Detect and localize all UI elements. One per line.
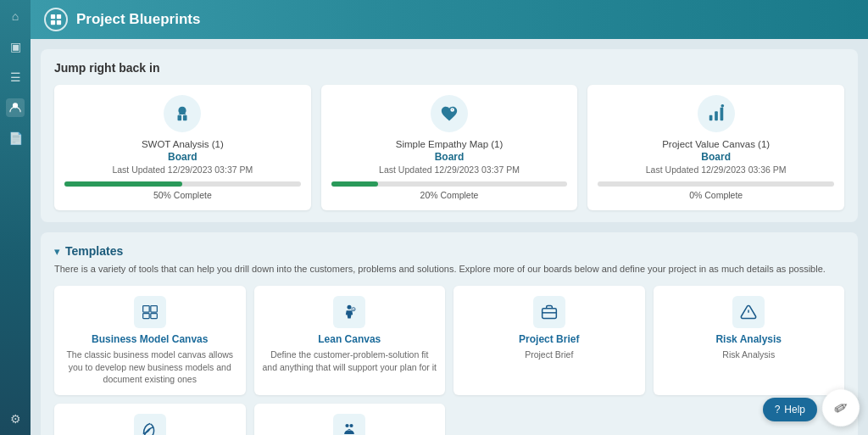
empathy-icon: +: [431, 95, 468, 132]
recent-card-value-canvas[interactable]: Project Value Canvas (1) Board Last Upda…: [587, 85, 844, 210]
chevron-down-icon[interactable]: ▾: [54, 245, 60, 258]
empathy-card-name: Simple Empathy Map (1): [396, 139, 504, 149]
recent-card-empathy[interactable]: + Simple Empathy Map (1) Board Last Upda…: [321, 85, 578, 210]
settings-icon[interactable]: ⚙: [6, 410, 25, 428]
lean-canvas-desc: Define the customer-problem-solution fit…: [263, 349, 437, 372]
swot-card-link[interactable]: Board: [168, 151, 198, 163]
template-card-observe-learn[interactable]: Observe / Learn - Insights Observe / Lea…: [254, 404, 446, 435]
value-canvas-card-link[interactable]: Board: [701, 151, 731, 163]
swot-icon: [164, 95, 201, 132]
svg-rect-9: [709, 115, 712, 120]
svg-rect-3: [51, 20, 55, 25]
main-content: Project Blueprints Jump right back in SW…: [31, 0, 868, 435]
person-icon: ⚙: [333, 296, 365, 328]
business-model-desc: The classic business model canvas allows…: [63, 349, 237, 385]
svg-rect-2: [57, 14, 61, 19]
briefcase-icon: [533, 296, 565, 328]
risk-analysis-name: Risk Analysis: [715, 333, 782, 345]
templates-description: There is a variety of tools that can hel…: [54, 263, 844, 276]
template-card-risk-analysis[interactable]: Risk Analysis Risk Analysis: [654, 286, 845, 395]
project-brief-name: Project Brief: [519, 333, 579, 345]
svg-rect-16: [151, 314, 158, 319]
jump-back-section: Jump right back in SWOT Analysis (1) Boa…: [41, 49, 858, 222]
lean-canvas-name: Lean Canvas: [318, 333, 381, 345]
swot-card-date: Last Updated 12/29/2023 03:37 PM: [112, 165, 253, 175]
recent-cards-row: SWOT Analysis (1) Board Last Updated 12/…: [54, 85, 844, 210]
svg-point-17: [348, 305, 352, 310]
template-card-environment[interactable]: Environment Analysis Define the environm…: [54, 404, 246, 435]
value-canvas-card-date: Last Updated 12/29/2023 03:36 PM: [646, 165, 787, 175]
page-title: Project Blueprints: [76, 11, 200, 28]
value-canvas-icon: [698, 95, 735, 132]
swot-card-name: SWOT Analysis (1): [142, 139, 224, 149]
content-area: Jump right back in SWOT Analysis (1) Boa…: [31, 39, 868, 435]
leaf-icon: [134, 414, 166, 435]
empathy-progress-bg: [331, 181, 568, 187]
svg-rect-10: [715, 111, 718, 120]
sidebar: ⌂ ▣ ☰ 📄 ⚙: [0, 0, 31, 435]
warning-icon: [732, 296, 765, 328]
svg-rect-11: [720, 108, 723, 121]
help-button[interactable]: ? Help: [763, 398, 817, 421]
svg-point-24: [346, 424, 349, 427]
template-grid: Business Model Canvas The classic busine…: [54, 286, 844, 435]
header-logo-icon: [44, 8, 68, 31]
svg-text:⚙: ⚙: [353, 308, 355, 311]
template-card-business-model[interactable]: Business Model Canvas The classic busine…: [54, 286, 246, 395]
svg-rect-4: [57, 20, 61, 25]
svg-rect-15: [142, 314, 149, 319]
value-canvas-progress-bg: [598, 181, 834, 187]
svg-rect-5: [178, 115, 182, 120]
template-card-lean-canvas[interactable]: ⚙ Lean Canvas Define the customer-proble…: [254, 286, 446, 395]
people-icon: [333, 414, 365, 435]
value-canvas-card-name: Project Value Canvas (1): [662, 139, 770, 149]
svg-rect-1: [51, 14, 55, 19]
svg-rect-6: [183, 115, 187, 120]
svg-rect-13: [142, 306, 149, 313]
swot-progress-bg: [64, 181, 301, 187]
user-icon[interactable]: [6, 98, 25, 117]
empathy-progress-fill: [331, 181, 379, 187]
jump-back-title: Jump right back in: [54, 61, 844, 75]
home-icon[interactable]: ⌂: [6, 7, 25, 25]
templates-header: ▾ Templates: [54, 244, 844, 258]
empathy-card-date: Last Updated 12/29/2023 03:37 PM: [379, 165, 520, 175]
svg-rect-14: [151, 306, 158, 313]
project-brief-desc: Project Brief: [525, 349, 573, 360]
business-model-name: Business Model Canvas: [92, 333, 208, 345]
risk-analysis-desc: Risk Analysis: [722, 349, 775, 360]
templates-section: ▾ Templates There is a variety of tools …: [41, 232, 858, 435]
value-canvas-progress-label: 0% Complete: [689, 190, 743, 200]
help-icon: ?: [775, 404, 781, 415]
templates-title: Templates: [65, 244, 123, 258]
swot-progress-fill: [64, 181, 182, 187]
list-icon[interactable]: ☰: [6, 68, 25, 86]
swot-progress-label: 50% Complete: [153, 190, 212, 200]
help-label: Help: [784, 404, 805, 415]
template-card-project-brief[interactable]: Project Brief Project Brief: [453, 286, 645, 395]
recent-card-swot[interactable]: SWOT Analysis (1) Board Last Updated 12/…: [54, 85, 311, 210]
svg-rect-20: [542, 309, 556, 319]
empathy-progress-label: 20% Complete: [420, 190, 479, 200]
image-icon[interactable]: ▣: [6, 37, 25, 56]
canvas-icon: [134, 296, 166, 328]
svg-point-25: [350, 424, 353, 427]
empathy-card-link[interactable]: Board: [435, 151, 465, 163]
header: Project Blueprints: [31, 0, 868, 39]
file-icon[interactable]: 📄: [6, 129, 25, 148]
svg-point-12: [721, 104, 724, 108]
